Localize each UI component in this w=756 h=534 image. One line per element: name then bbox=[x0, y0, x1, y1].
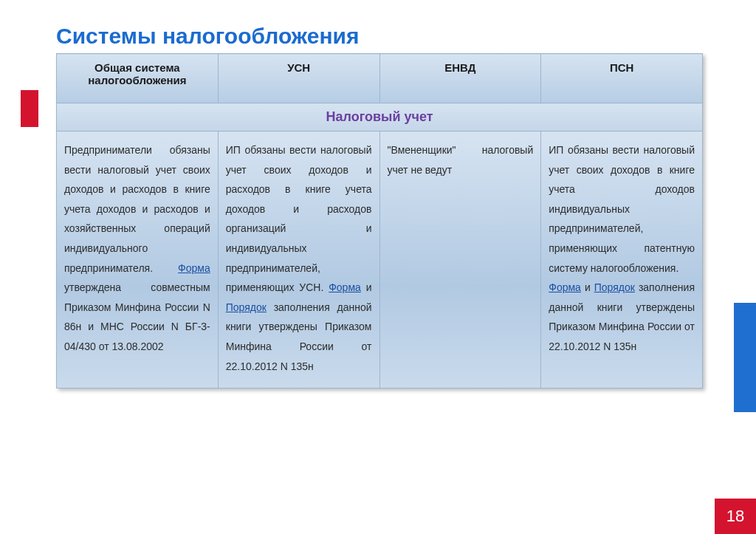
cell-general: Предприниматели обязаны вести налоговый … bbox=[57, 131, 219, 388]
cell-envd: "Вмененщики" налоговый учет не ведут bbox=[379, 131, 541, 388]
cell-text: Предприниматели обязаны вести налоговый … bbox=[64, 144, 210, 274]
cell-text: и bbox=[581, 281, 594, 293]
cell-psn: ИП обязаны вести налоговый учет своих до… bbox=[541, 131, 703, 388]
col-header-envd: ЕНВД bbox=[379, 54, 541, 103]
link-forma-psn[interactable]: Форма bbox=[549, 281, 581, 293]
link-poryadok-psn[interactable]: Порядок bbox=[594, 281, 635, 293]
cell-text: утверждена совместным Приказом Минфина Р… bbox=[64, 281, 210, 352]
table-body-row: Предприниматели обязаны вести налоговый … bbox=[57, 131, 703, 388]
col-header-psn: ПСН bbox=[541, 54, 703, 103]
table-header-row: Общая система налогообложения УСН ЕНВД П… bbox=[57, 54, 703, 103]
accent-red-bar bbox=[21, 90, 38, 127]
link-forma-general[interactable]: Форма bbox=[178, 262, 210, 274]
col-header-general: Общая система налогообложения bbox=[57, 54, 219, 103]
cell-text: и bbox=[361, 281, 372, 293]
col-header-usn: УСН bbox=[218, 54, 379, 103]
page-number-badge: 18 bbox=[715, 499, 756, 534]
cell-usn: ИП обязаны вести налоговый учет своих до… bbox=[218, 131, 379, 388]
page-title: Системы налогообложения bbox=[56, 24, 359, 49]
cell-text: "Вмененщики" налоговый учет не ведут bbox=[388, 144, 534, 176]
cell-text: ИП обязаны вести налоговый учет своих до… bbox=[226, 144, 372, 293]
taxation-table: Общая система налогообложения УСН ЕНВД П… bbox=[56, 53, 703, 388]
cell-text: ИП обязаны вести налоговый учет своих до… bbox=[549, 144, 695, 274]
section-row: Налоговый учет bbox=[57, 103, 703, 131]
link-forma-usn[interactable]: Форма bbox=[329, 281, 361, 293]
link-poryadok-usn[interactable]: Порядок bbox=[226, 301, 267, 313]
section-title: Налоговый учет bbox=[57, 103, 703, 131]
accent-blue-bar bbox=[734, 303, 756, 412]
